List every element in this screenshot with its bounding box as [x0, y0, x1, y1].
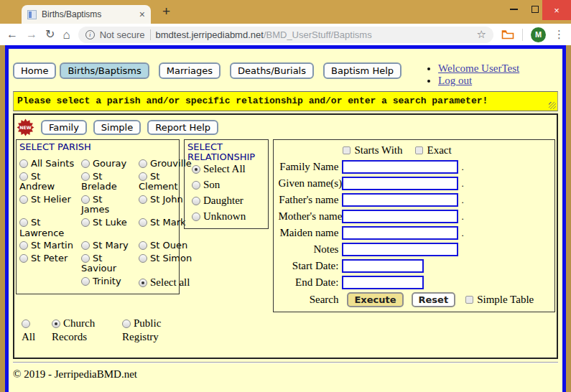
maiden-name-label: Maiden name [278, 227, 338, 239]
simple-table-checkbox[interactable] [465, 296, 473, 304]
browser-tab[interactable]: Births/Baptisms × [22, 5, 151, 24]
record-source-church-records[interactable]: Church Records [52, 317, 102, 344]
fathers-name-input[interactable] [342, 193, 458, 207]
address-bar[interactable]: i Not secure bmdtest.jerripediabmd.net/B… [78, 27, 493, 43]
parish-radio-st-mary[interactable]: St Mary [81, 241, 139, 251]
radio-icon[interactable] [81, 195, 90, 204]
execute-button[interactable]: Execute [347, 292, 403, 307]
parish-radio-st-ouen[interactable]: St Ouen [139, 241, 180, 251]
family-name-input[interactable] [342, 160, 458, 174]
parish-radio-st-helier[interactable]: St Helier [19, 195, 81, 215]
nav-births-baptisms-button[interactable]: Births/Baptisms [60, 62, 149, 79]
radio-icon[interactable] [81, 159, 90, 168]
window-maximize-button[interactable] [531, 6, 539, 13]
reload-icon[interactable]: ↻ [45, 29, 55, 40]
relationship-radio-select-all[interactable]: Select All [192, 163, 265, 175]
radio-icon[interactable] [81, 277, 90, 286]
home-icon[interactable]: ⌂ [62, 29, 70, 41]
starts-with-option[interactable]: Starts With [343, 144, 402, 157]
radio-icon[interactable] [19, 254, 28, 263]
nav-deaths-burials-button[interactable]: Deaths/Burials [230, 62, 314, 79]
radio-icon[interactable] [192, 165, 200, 174]
report-help-button[interactable]: Report Help [147, 120, 218, 135]
record-source-public-registry[interactable]: Public Registry [122, 317, 172, 344]
radio-icon[interactable] [19, 241, 28, 250]
radio-icon[interactable] [139, 254, 147, 263]
parish-radio-st-luke[interactable]: St Luke [81, 218, 139, 238]
radio-icon[interactable] [19, 195, 28, 204]
nav-baptism-help-button[interactable]: Baptism Help [323, 62, 401, 79]
radio-icon[interactable] [19, 159, 28, 168]
forward-icon[interactable]: → [26, 29, 37, 40]
radio-icon[interactable] [139, 159, 147, 168]
resize-grip-icon[interactable] [549, 102, 556, 109]
parish-radio-all-saints[interactable]: All Saints [19, 159, 81, 169]
radio-icon[interactable] [81, 218, 90, 227]
exact-checkbox[interactable] [415, 146, 423, 154]
radio-icon[interactable] [139, 195, 147, 204]
window-close-button[interactable]: × [542, 0, 571, 20]
radio-icon[interactable] [19, 218, 28, 227]
radio-icon[interactable] [22, 319, 30, 328]
nav-home-button[interactable]: Home [13, 62, 56, 79]
radio-icon[interactable] [139, 241, 147, 250]
welcome-user-link[interactable]: Welcome UserTest [438, 62, 519, 74]
radio-icon[interactable] [52, 319, 60, 328]
maiden-name-input[interactable] [342, 226, 458, 240]
radio-icon[interactable] [192, 197, 200, 205]
parish-radio-st-andrew[interactable]: St Andrew [19, 172, 60, 192]
radio-icon[interactable] [139, 172, 147, 181]
radio-icon[interactable] [139, 218, 147, 227]
relationship-radio-unknown[interactable]: Unknown [192, 210, 265, 223]
window-minimize-button[interactable] [510, 9, 518, 10]
radio-icon[interactable] [192, 181, 200, 190]
end-date-input[interactable] [342, 276, 424, 289]
starts-with-checkbox[interactable] [343, 146, 351, 154]
parish-radio-st-john[interactable]: St John [139, 195, 180, 215]
notes-input[interactable] [342, 243, 458, 256]
new-tab-button[interactable]: + [162, 4, 170, 19]
radio-icon[interactable] [81, 254, 90, 263]
bookmark-star-icon[interactable]: ☆ [477, 28, 486, 41]
reset-button[interactable]: Reset [412, 292, 456, 307]
radio-icon[interactable] [122, 319, 131, 328]
parish-radio-grouville[interactable]: Grouville [139, 159, 180, 169]
simple-table-option[interactable]: Simple Table [465, 294, 534, 306]
parish-radio-st-simon[interactable]: St Simon [139, 253, 180, 274]
radio-icon[interactable] [81, 241, 90, 250]
simple-button[interactable]: Simple [93, 120, 141, 135]
parish-radio-trinity[interactable]: Trinity [81, 276, 139, 289]
record-source-all[interactable]: All [22, 317, 45, 344]
parish-radio-st-lawrence[interactable]: St Lawrence [19, 218, 60, 238]
radio-icon[interactable] [81, 172, 90, 181]
back-icon[interactable]: ← [6, 29, 18, 40]
parish-radio-st-martin[interactable]: St Martin [19, 241, 81, 251]
start-date-input[interactable] [342, 259, 424, 273]
parish-radio-select-all[interactable]: Select all [139, 276, 180, 289]
browser-menu-icon[interactable]: ⋮ [554, 28, 565, 41]
parish-radio-st-peter[interactable]: St Peter [19, 253, 81, 274]
folder-icon[interactable] [501, 29, 514, 39]
nav-marriages-button[interactable]: Marriages [159, 62, 220, 79]
given-names-input[interactable] [342, 177, 458, 190]
parish-radio-gouray[interactable]: Gouray [81, 159, 139, 169]
parish-radio-st-brelade[interactable]: St Brelade [81, 172, 121, 192]
mothers-name-input[interactable] [342, 210, 458, 223]
radio-icon[interactable] [192, 213, 200, 221]
family-button[interactable]: Family [41, 120, 87, 135]
parish-radio-st-clement[interactable]: St Clement [139, 172, 179, 192]
radio-icon[interactable] [19, 172, 28, 181]
parish-radio-st-james[interactable]: St James [81, 195, 121, 215]
parish-radio-st-saviour[interactable]: St Saviour [81, 253, 121, 274]
profile-avatar[interactable]: M [531, 27, 546, 42]
instruction-text: Please select a parish and/or specific r… [17, 95, 488, 106]
tab-close-icon[interactable]: × [139, 9, 145, 20]
logout-link[interactable]: Log out [438, 75, 472, 86]
radio-icon[interactable] [139, 279, 147, 287]
select-relationship-title: SELECT RELATIONSHIP [187, 142, 265, 163]
relationship-radio-daughter[interactable]: Daughter [192, 195, 265, 207]
not-secure-info-icon[interactable]: i [85, 30, 95, 39]
relationship-radio-son[interactable]: Son [192, 179, 265, 191]
parish-radio-st-mark[interactable]: St Mark [139, 218, 180, 238]
exact-option[interactable]: Exact [415, 144, 451, 157]
